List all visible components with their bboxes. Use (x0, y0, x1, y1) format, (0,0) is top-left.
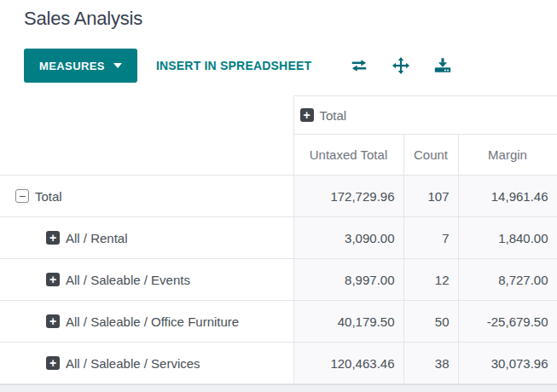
expand-plus-icon[interactable]: + (46, 314, 60, 328)
cell-untaxed-total[interactable]: 8,997.00 (293, 259, 403, 301)
measures-header-row: Untaxed Total Count Margin (0, 135, 557, 176)
row-label: All / Saleable / Services (66, 356, 200, 371)
chevron-down-icon (113, 63, 122, 68)
pivot-toolbar: MEASURES INSERT IN SPREADSHEET (24, 49, 557, 83)
expand-plus-icon[interactable]: + (300, 108, 314, 122)
insert-in-spreadsheet-button[interactable]: INSERT IN SPREADSHEET (156, 59, 311, 72)
measures-button[interactable]: MEASURES (24, 49, 137, 83)
table-row: + All / Saleable / Office Furniture 40,1… (0, 301, 557, 343)
flip-axes-icon[interactable] (349, 55, 369, 76)
cell-untaxed-total[interactable]: 172,729.96 (293, 176, 403, 217)
expand-plus-icon[interactable]: + (46, 356, 60, 370)
cell-margin[interactable]: 8,727.00 (458, 259, 557, 301)
expand-plus-icon[interactable]: + (46, 273, 60, 286)
pivot-corner-cell (0, 135, 293, 176)
cell-count[interactable]: 107 (403, 176, 458, 217)
measure-header-untaxed-total[interactable]: Untaxed Total (293, 135, 403, 176)
pivot-table: + Total Untaxed Total Count Margin − Tot… (0, 95, 557, 384)
pivot-corner-cell (0, 96, 293, 135)
page-title: Sales Analysis (24, 6, 557, 32)
table-row: + All / Saleable / Services 120,463.46 3… (0, 343, 557, 384)
row-header-saleable-events[interactable]: + All / Saleable / Events (0, 259, 293, 301)
expand-plus-icon[interactable]: + (46, 231, 60, 245)
cell-margin[interactable]: 14,961.46 (458, 176, 557, 217)
expand-all-icon[interactable] (391, 55, 411, 76)
table-row: + All / Saleable / Events 8,997.00 12 8,… (0, 259, 557, 301)
cell-untaxed-total[interactable]: 40,179.50 (293, 301, 403, 343)
toolbar-icon-group (349, 55, 474, 76)
row-label: Total (35, 189, 62, 204)
column-group-row: + Total (0, 96, 557, 135)
collapse-minus-icon[interactable]: − (15, 189, 29, 203)
row-header-rental[interactable]: + All / Rental (0, 217, 293, 259)
cell-count[interactable]: 38 (403, 343, 458, 384)
cell-count[interactable]: 12 (403, 259, 458, 301)
measure-header-count[interactable]: Count (403, 135, 458, 176)
download-icon[interactable] (432, 55, 453, 76)
measures-button-label: MEASURES (39, 60, 105, 72)
measure-header-margin[interactable]: Margin (458, 135, 557, 176)
cell-margin[interactable]: 30,073.96 (458, 343, 557, 384)
row-label: All / Saleable / Events (66, 273, 190, 287)
row-header-saleable-services[interactable]: + All / Saleable / Services (0, 343, 293, 384)
cell-untaxed-total[interactable]: 3,090.00 (293, 217, 403, 259)
column-group-total[interactable]: + Total (293, 96, 557, 135)
table-row: − Total 172,729.96 107 14,961.46 (0, 176, 557, 217)
row-label: All / Rental (66, 231, 128, 245)
cell-count[interactable]: 50 (403, 301, 458, 343)
table-row: + All / Rental 3,090.00 7 1,840.00 (0, 217, 557, 259)
cell-margin[interactable]: 1,840.00 (458, 217, 557, 259)
row-header-total[interactable]: − Total (0, 176, 293, 217)
table-footer-strip (0, 384, 557, 392)
column-group-label: Total (320, 108, 347, 123)
row-label: All / Saleable / Office Furniture (66, 314, 239, 329)
cell-margin[interactable]: -25,679.50 (458, 301, 557, 343)
row-header-saleable-office-furniture[interactable]: + All / Saleable / Office Furniture (0, 301, 293, 343)
cell-count[interactable]: 7 (403, 217, 458, 259)
cell-untaxed-total[interactable]: 120,463.46 (293, 343, 403, 384)
